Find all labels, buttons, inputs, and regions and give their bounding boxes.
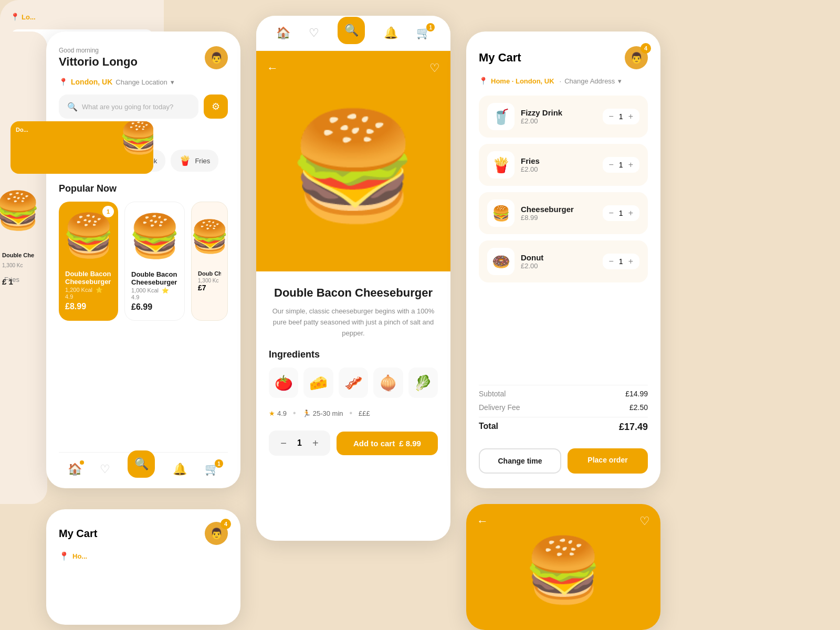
chevron-down-icon: ▾ bbox=[171, 78, 174, 86]
nav-search-btn[interactable]: 🔍 bbox=[128, 450, 155, 478]
fizzy-drink-name: Fizzy Drink bbox=[521, 108, 596, 117]
fizzy-drink-price: £2.00 bbox=[521, 117, 596, 125]
fizzy-drink-icon: 🥤 bbox=[487, 103, 514, 130]
quantity-value: 1 bbox=[297, 438, 302, 448]
home-header: Good morning Vittorio Longo 👨 bbox=[59, 46, 228, 69]
popular-item-3[interactable]: 🍔 Doub Che 1,300 Kc £7 bbox=[191, 202, 228, 321]
cheeseburger-price: £8.99 bbox=[521, 214, 596, 222]
filter-button[interactable]: ⚙ bbox=[204, 94, 228, 119]
food-image-3: 🍔 bbox=[192, 202, 227, 270]
popular-item-1[interactable]: 1 🍔 Double Bacon Cheeseburger 1,200 Kcal… bbox=[59, 202, 118, 321]
nav-heart-middle[interactable]: ♡ bbox=[309, 26, 319, 40]
cart-summary: Subtotal £14.99 Delivery Fee £2.50 Total… bbox=[479, 381, 648, 438]
search-icon: 🔍 bbox=[67, 102, 78, 112]
food-price-1: £8.99 bbox=[65, 302, 112, 311]
back-button[interactable]: ← bbox=[267, 61, 278, 75]
bottom-right-back[interactable]: ← bbox=[477, 514, 488, 528]
quantity-increase[interactable]: + bbox=[309, 437, 322, 449]
product-stats: ★ 4.9 • 🏃 25-30 min • £££ bbox=[269, 408, 438, 418]
delivery-label: Delivery Fee bbox=[479, 403, 520, 412]
change-addr-chevron: ▾ bbox=[618, 77, 622, 85]
far-right-popular-item[interactable]: 🍔 Do... bbox=[10, 121, 153, 174]
category-fries[interactable]: 🍟 Fries bbox=[171, 150, 218, 172]
food-info-3: Doub Che 1,300 Kc £7 bbox=[192, 270, 227, 292]
nav-home[interactable]: 🏠 bbox=[68, 463, 82, 476]
cart-location-row: 📍 Home · London, UK · Change Address ▾ bbox=[479, 77, 648, 85]
cart-screen-card: My Cart 👨 4 📍 Home · London, UK · Change… bbox=[466, 32, 660, 488]
cart-item-donut: 🍩 Donut £2.00 − 1 + bbox=[479, 240, 648, 282]
cheeseburger-info: Cheeseburger £8.99 bbox=[521, 205, 596, 222]
cheeseburger-qty-control: − 1 + bbox=[603, 205, 639, 221]
top-nav-middle: 🏠 ♡ 🔍 🔔 🛒 1 bbox=[256, 16, 450, 51]
nav-bell[interactable]: 🔔 bbox=[173, 463, 187, 476]
popular-item-2[interactable]: 🍔 Double Bacon Cheeseburger 1,000 Kcal ⭐… bbox=[124, 202, 185, 321]
cheeseburger-icon: 🍔 bbox=[487, 200, 514, 227]
fizzy-drink-info: Fizzy Drink £2.00 bbox=[521, 108, 596, 125]
bottom-left-card: My Cart 👨 4 📍 Ho... bbox=[46, 509, 240, 625]
fries-qty-control: − 1 + bbox=[603, 157, 639, 173]
total-label: Total bbox=[479, 422, 498, 433]
donut-qty-increase[interactable]: + bbox=[628, 257, 633, 266]
change-location-btn[interactable]: Change Location bbox=[116, 78, 167, 86]
search-box[interactable]: 🔍 What are you going for today? bbox=[59, 94, 198, 119]
nav-home-middle[interactable]: 🏠 bbox=[276, 26, 290, 40]
greeting-block: Good morning Vittorio Longo bbox=[59, 47, 138, 69]
hero-heart-btn[interactable]: ♡ bbox=[429, 61, 440, 75]
popular-grid: 1 🍔 Double Bacon Cheeseburger 1,200 Kcal… bbox=[59, 202, 228, 321]
food-meta-2: 1,000 Kcal ⭐ 4.9 bbox=[131, 287, 178, 300]
donut-price: £2.00 bbox=[521, 262, 596, 270]
food-name-1: Double Bacon Cheeseburger bbox=[65, 270, 112, 286]
greeting-small: Good morning bbox=[59, 47, 138, 54]
ingredients-title: Ingredients bbox=[269, 349, 438, 360]
food-info-1: Double Bacon Cheeseburger 1,200 Kcal ⭐ 4… bbox=[59, 270, 118, 311]
avatar[interactable]: 👨 bbox=[205, 46, 228, 69]
kcal-1: 1,200 Kcal bbox=[65, 287, 92, 293]
bottom-left-location: 📍 Ho... bbox=[59, 551, 228, 561]
cheeseburger-qty-increase[interactable]: + bbox=[628, 208, 633, 218]
product-description: Our simple, classic cheeseburger begins … bbox=[269, 306, 438, 339]
fries-name: Fries bbox=[521, 156, 596, 165]
ingredient-tomato: 🍅 bbox=[269, 368, 298, 398]
cart-item-cheeseburger: 🍔 Cheeseburger £8.99 − 1 + bbox=[479, 192, 648, 234]
left-partial-panel: Fries 🍔 Double Che 1,300 Kc £ 1 🛒 1 bbox=[0, 32, 47, 504]
ingredients-row: 🍅 🧀 🥓 🧅 🥬 bbox=[269, 368, 438, 398]
price-tier-stat: £££ bbox=[359, 410, 370, 417]
quantity-decrease[interactable]: − bbox=[277, 437, 290, 449]
cart-badge-middle: 1 bbox=[426, 23, 435, 32]
fizzy-drink-qty-increase[interactable]: + bbox=[628, 112, 633, 121]
bottom-left-header: My Cart 👨 4 bbox=[59, 522, 228, 545]
place-order-button[interactable]: Place order bbox=[568, 448, 648, 474]
change-address-btn[interactable]: Change Address bbox=[564, 77, 615, 85]
fries-qty-decrease[interactable]: − bbox=[609, 160, 614, 170]
cheeseburger-qty-decrease[interactable]: − bbox=[609, 208, 614, 218]
nav-cart-middle[interactable]: 🛒 1 bbox=[416, 26, 430, 40]
donut-icon: 🍩 bbox=[487, 248, 514, 275]
add-to-cart-button[interactable]: Add to cart £ 8.99 bbox=[337, 432, 438, 455]
quantity-add-row: − 1 + Add to cart £ 8.99 bbox=[269, 430, 438, 456]
bottom-right-heart[interactable]: ♡ bbox=[639, 514, 650, 528]
change-time-button[interactable]: Change time bbox=[479, 448, 561, 474]
fizzy-drink-qty-decrease[interactable]: − bbox=[609, 112, 614, 121]
donut-info: Donut £2.00 bbox=[521, 253, 596, 270]
partial-product-name: Double Che bbox=[2, 252, 44, 258]
nav-heart[interactable]: ♡ bbox=[100, 463, 110, 476]
dot-separator: · bbox=[560, 77, 562, 85]
delivery-row: Delivery Fee £2.50 bbox=[479, 403, 648, 412]
greeting-name: Vittorio Longo bbox=[59, 55, 138, 69]
bottom-left-title: My Cart bbox=[59, 528, 97, 540]
donut-qty-decrease[interactable]: − bbox=[609, 257, 614, 266]
filter-icon: ⚙ bbox=[212, 101, 220, 112]
summary-divider-1 bbox=[479, 385, 648, 385]
nav-cart[interactable]: 🛒 1 bbox=[205, 463, 219, 476]
fries-qty-increase[interactable]: + bbox=[628, 160, 633, 170]
nav-search-middle-btn[interactable]: 🔍 bbox=[338, 17, 365, 44]
location-label[interactable]: London, UK bbox=[71, 78, 112, 86]
ingredient-cheese: 🧀 bbox=[303, 368, 333, 398]
bottom-location-pin: 📍 bbox=[59, 551, 69, 561]
nav-home-dot bbox=[80, 460, 84, 465]
donut-name: Donut bbox=[521, 253, 596, 262]
search-placeholder: What are you going for today? bbox=[82, 103, 173, 111]
nav-bell-middle[interactable]: 🔔 bbox=[384, 26, 398, 40]
fries-cat-label: Fries bbox=[195, 157, 210, 165]
bottom-left-avatar-emoji: 👨 bbox=[210, 527, 223, 540]
